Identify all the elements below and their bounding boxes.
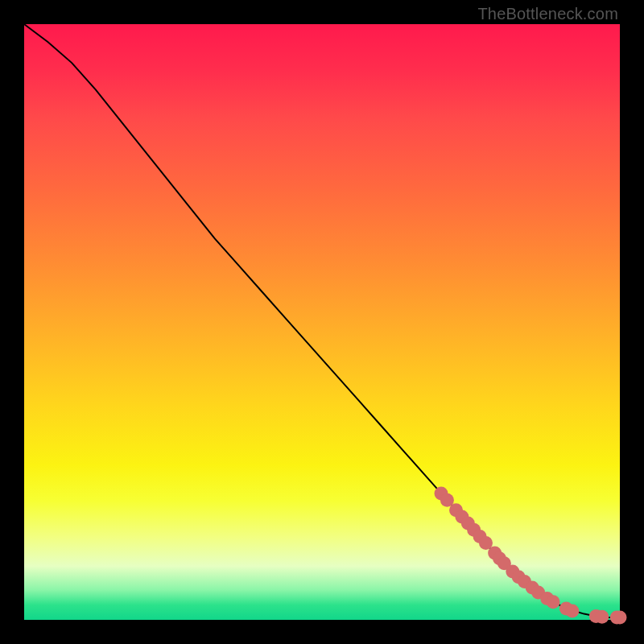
chart-markers bbox=[435, 487, 627, 625]
chart-marker-dot bbox=[565, 604, 579, 617]
watermark-text: TheBottleneck.com bbox=[477, 5, 618, 23]
chart-marker-dot bbox=[613, 611, 627, 625]
chart-svg bbox=[24, 24, 620, 620]
chart-frame: TheBottleneck.com bbox=[0, 0, 644, 644]
chart-marker-dot bbox=[547, 595, 560, 609]
chart-marker-dot bbox=[595, 610, 609, 624]
chart-line bbox=[24, 24, 620, 617]
